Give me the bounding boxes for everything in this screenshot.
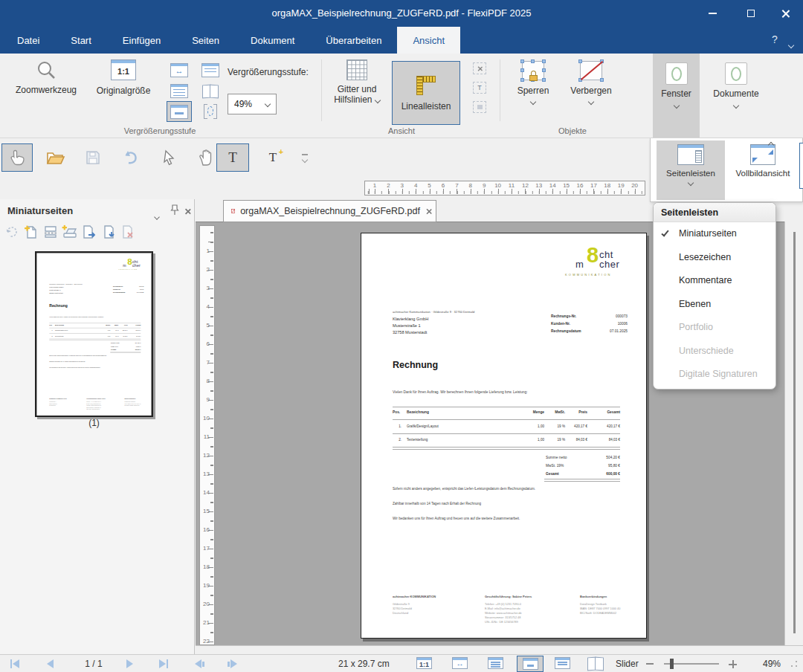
tab-datei[interactable]: Datei xyxy=(1,27,55,54)
two-page-view-button[interactable] xyxy=(587,657,604,670)
ruler-number-v: 22 xyxy=(201,638,210,645)
pin-icon xyxy=(170,204,179,216)
window-icon xyxy=(665,62,688,85)
rotate-page-button[interactable] xyxy=(3,223,21,241)
continuous-view-button[interactable] xyxy=(198,101,223,122)
open-folder-icon xyxy=(46,149,65,166)
panel-close-button[interactable] xyxy=(184,205,192,219)
two-page-button[interactable] xyxy=(198,80,223,101)
hand-pointer-tool[interactable] xyxy=(1,143,33,172)
menu-item-lesezeichen[interactable]: Lesezeichen xyxy=(654,246,775,270)
select-tool[interactable] xyxy=(153,143,184,172)
tab-einfuegen[interactable]: Einfügen xyxy=(107,27,176,54)
menu-item-kommentare[interactable]: Kommentare xyxy=(654,269,775,293)
tab-ueberarbeiten[interactable]: Überarbeiten xyxy=(310,27,397,54)
hide-objects-button[interactable]: Verbergen xyxy=(565,61,617,106)
maximize-button[interactable] xyxy=(736,0,766,27)
hide-icon xyxy=(580,61,602,80)
zoom-in-button[interactable] xyxy=(729,660,737,668)
open-hand-icon xyxy=(198,149,214,167)
panel-menu-button[interactable] xyxy=(155,209,159,222)
tab-dokument[interactable]: Dokument xyxy=(235,27,310,54)
window-menu-button[interactable]: Fenster xyxy=(653,54,700,138)
titlebar: orgaMAX_Beispielrechnung_ZUGFeRD.pdf - F… xyxy=(0,0,803,27)
continuous-icon xyxy=(555,657,570,669)
delete-page-button[interactable] xyxy=(119,223,137,241)
tab-start[interactable]: Start xyxy=(55,27,106,54)
single-page-button[interactable] xyxy=(198,59,223,80)
fit-page-button[interactable] xyxy=(167,101,192,122)
delete-object-icon[interactable] xyxy=(473,62,486,74)
vertical-scrollbar[interactable] xyxy=(784,222,803,645)
text-tool[interactable]: T xyxy=(216,143,249,172)
close-button[interactable] xyxy=(770,0,800,27)
undo-button[interactable] xyxy=(115,143,146,172)
menu-item-miniaturseiten[interactable]: Miniaturseiten xyxy=(654,222,775,246)
lock-objects-button[interactable]: Sperren xyxy=(507,61,559,106)
next-page-button[interactable] xyxy=(126,659,133,668)
rulers-toggle-button[interactable]: Linealleisten xyxy=(392,61,460,125)
rotate-icon xyxy=(4,225,19,239)
menu-item-digitale-signaturen: Digitale Signaturen xyxy=(654,363,775,387)
import-page-button[interactable] xyxy=(100,223,117,241)
last-page-button[interactable] xyxy=(159,659,168,668)
fit-visible-view-button[interactable] xyxy=(488,657,503,669)
scan-page-button[interactable] xyxy=(61,223,79,241)
documents-menu-button[interactable]: Dokumente xyxy=(705,54,767,138)
help-button[interactable]: ? xyxy=(772,33,778,45)
ruler-number-h: 16 xyxy=(575,182,585,189)
menu-item-portfolio: Portfolio xyxy=(654,316,775,340)
delete-page-icon xyxy=(120,224,135,239)
text-frame-icon[interactable] xyxy=(473,82,486,94)
export-page-button[interactable] xyxy=(80,223,98,241)
ruler-number-h: 8 xyxy=(465,182,476,189)
zoom-out-button[interactable] xyxy=(646,663,654,665)
ruler-icon xyxy=(415,74,437,97)
import-page-icon xyxy=(101,224,116,239)
ruler-number-v: 5 xyxy=(201,322,210,329)
menu-item-ebenen[interactable]: Ebenen xyxy=(654,293,775,317)
continuous-view-button[interactable] xyxy=(555,657,570,669)
panel-pin-button[interactable] xyxy=(170,204,179,216)
toolbar-overflow-button[interactable] xyxy=(296,143,314,172)
grid-guides-button[interactable]: Gitter undHilfslinien xyxy=(326,59,388,105)
page-thumbnail[interactable]: cht m 8 cher KOMMUNIKATION achtmacher Ko… xyxy=(35,251,153,417)
previous-view-icon xyxy=(195,659,201,668)
resize-grip[interactable] xyxy=(790,659,799,668)
ribbon-options-chevron[interactable] xyxy=(789,37,793,51)
open-file-button[interactable] xyxy=(40,143,71,172)
split-page-button[interactable] xyxy=(42,223,59,241)
fit-visible-button[interactable] xyxy=(167,80,192,101)
add-text-tool[interactable]: T xyxy=(257,143,288,172)
previous-view-button[interactable] xyxy=(195,659,204,668)
next-view-button[interactable] xyxy=(228,659,237,668)
close-tab-icon[interactable] xyxy=(425,208,428,215)
save-button[interactable] xyxy=(77,143,109,172)
zoom-slider-thumb[interactable] xyxy=(670,659,674,669)
zoom-slider[interactable] xyxy=(664,663,719,665)
zoom-tool-button[interactable]: Zoomwerkzeug xyxy=(7,59,85,95)
first-page-button[interactable] xyxy=(10,659,19,668)
menu-header: Seitenleisten xyxy=(654,203,775,222)
tab-ansicht[interactable]: Ansicht xyxy=(397,27,460,54)
zoom-level-combobox[interactable]: 49% xyxy=(228,94,277,114)
original-size-view-button[interactable]: 1:1 xyxy=(416,657,432,669)
horizontal-scrollbar[interactable] xyxy=(196,645,803,654)
chevron-down-icon xyxy=(375,97,381,103)
fit-width-icon xyxy=(452,657,468,669)
original-size-button[interactable]: 1:1 Originalgröße xyxy=(88,59,159,96)
object-frame-icon[interactable] xyxy=(473,101,486,113)
fit-width-button[interactable] xyxy=(167,59,192,80)
document-tab[interactable]: orgaMAX_Beispielrechnung_ZUGFeRD.pdf xyxy=(223,200,436,222)
previous-page-button[interactable] xyxy=(47,659,54,668)
sidebars-button[interactable]: Seitenleisten xyxy=(657,140,725,200)
collapse-panel-button[interactable] xyxy=(769,137,773,150)
vertical-scrollbar-thumb[interactable] xyxy=(793,232,796,633)
fit-page-view-button[interactable] xyxy=(517,656,544,672)
recipient-name: Klavierklang GmbH xyxy=(393,317,428,321)
tab-seiten[interactable]: Seiten xyxy=(176,27,235,54)
insert-page-button[interactable] xyxy=(22,223,40,241)
minimize-button[interactable] xyxy=(697,0,727,27)
fit-width-view-button[interactable] xyxy=(452,657,468,669)
fullscreen-button[interactable]: Vollbildansicht xyxy=(728,140,798,196)
